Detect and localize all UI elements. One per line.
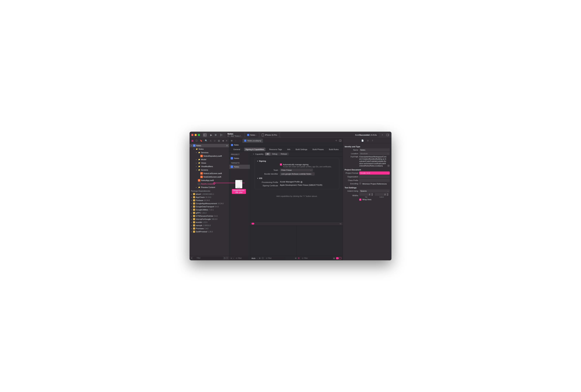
ios-subgroup-title[interactable]: ▾iOS (257, 177, 336, 179)
related-items-button[interactable]: ▦ (230, 139, 234, 142)
console-tab[interactable] (252, 223, 254, 225)
close-window-button[interactable] (191, 134, 194, 136)
seg-all[interactable]: All (265, 152, 270, 155)
file-notes-list-screen[interactable]: sNotesListScreen.swift (190, 172, 229, 175)
name-field[interactable]: Notes (359, 148, 390, 151)
group-viewmodifiers[interactable]: ▸📁ViewModifiers (190, 165, 229, 168)
recent-filter-button[interactable]: ◷ (224, 257, 226, 259)
minimize-refs-checkbox[interactable] (359, 182, 361, 185)
package-row[interactable]: ▸leveldb 1.22.5 (190, 221, 229, 224)
add-file-button[interactable]: ＋ (190, 257, 192, 259)
forward-button[interactable]: › (238, 139, 242, 142)
scheme-popup[interactable]: Notes › (246, 132, 259, 137)
jump-bar[interactable]: Notes (229, 143, 343, 147)
activity-view[interactable]: Build Succeeded | 8.814s (280, 132, 379, 137)
library-button[interactable] (386, 133, 390, 137)
group-notes[interactable]: ▾📁Notes (190, 147, 229, 151)
tab-build-phases[interactable]: Build Phases (311, 148, 325, 151)
toggle-navigator-button[interactable] (203, 133, 207, 137)
scm-filter-button[interactable]: ☐ (226, 257, 228, 259)
trash-icon[interactable]: 🗑 (333, 257, 335, 259)
location-popup[interactable]: Absolute⌄ (359, 152, 390, 155)
add-capability-button[interactable]: ＋Capability (252, 153, 264, 155)
issue-navigator-tab[interactable]: ⚠ (210, 139, 212, 142)
people-icon[interactable]: 웃 (298, 257, 300, 260)
pane-toggle[interactable] (336, 257, 341, 259)
bookmark-navigator-tab[interactable]: 🔖 (200, 139, 202, 142)
minimize-window-button[interactable] (194, 134, 197, 136)
file-notes-repository[interactable]: sNotesRepository.swift (190, 154, 229, 158)
team-popup[interactable]: Peter Friese⌄ (280, 169, 313, 172)
scheme-selector[interactable]: Notes #1 · Add "Notes f… (226, 132, 244, 137)
bundle-id-field[interactable]: com.google.firebase.codelab.Notes (280, 172, 315, 175)
variables-pane[interactable] (250, 226, 296, 256)
package-row[interactable]: ▸GoogleAppMeasurement 10.24.0 (190, 202, 229, 205)
seg-debug[interactable]: Debug (270, 152, 279, 155)
right-pane-toggle[interactable] (339, 257, 341, 259)
project-format-popup[interactable]: Xcode 14.0⌄ (359, 171, 390, 175)
tab-build-rules[interactable]: Build Rules (328, 148, 340, 151)
package-row[interactable]: ▸InteropForGoogle 100.0.0 (190, 218, 229, 221)
view-icon[interactable]: 👁 (259, 257, 261, 259)
zoom-window-button[interactable] (198, 134, 200, 136)
eye-icon[interactable]: 👁 (295, 257, 297, 259)
info-icon[interactable]: i (300, 181, 302, 183)
tab-notes-xcodeproj[interactable]: Notes.xcodeproj (242, 139, 263, 143)
indent-width-stepper[interactable]: 2▴▾ (375, 193, 388, 196)
package-row[interactable]: ▸Promises 2.4.0 (190, 227, 229, 230)
wrap-lines-checkbox[interactable]: ✓ (359, 199, 361, 201)
package-row[interactable]: ▸nanopb 2.30910.0 (190, 224, 229, 227)
seg-release[interactable]: Release (279, 152, 289, 155)
signing-group-title[interactable]: ▾Signing (257, 160, 336, 162)
reveal-path-button[interactable]: → (387, 165, 390, 167)
targets-filter-field[interactable]: ⊙ Filter (235, 257, 249, 260)
indent-using-popup[interactable]: Spaces⌄ (359, 189, 390, 193)
remove-target-button[interactable]: − (233, 257, 234, 259)
file-note-edit-screen[interactable]: sNoteEditScreen.swift (190, 175, 229, 179)
package-row[interactable]: ▸GoogleUtilities 7.13.1 (190, 208, 229, 211)
project-item[interactable]: Notes (229, 156, 250, 160)
tab-build-settings[interactable]: Build Settings (294, 148, 308, 151)
console-collapse-icon[interactable]: ▭ (340, 223, 341, 225)
debug-navigator-tab[interactable]: ▥ (218, 139, 220, 142)
tab-general[interactable]: General (232, 148, 242, 151)
add-assistant-button[interactable] (338, 139, 342, 142)
variables-filter-field[interactable]: ⊙Filter (265, 257, 286, 260)
organization-field[interactable] (359, 175, 390, 178)
breakpoint-navigator-tab[interactable]: ◀ (222, 139, 224, 142)
tab-width-stepper[interactable]: 2▴▾ (359, 193, 373, 196)
target-notes[interactable]: Notes (229, 165, 250, 169)
project-root[interactable]: ▾A Notes M (190, 144, 229, 147)
group-preview-content[interactable]: ▸📁Preview Content (190, 186, 229, 189)
package-row[interactable]: ▸abseil 1.2024011601.1 (190, 193, 229, 196)
group-services[interactable]: ▾📁Services (190, 151, 229, 154)
add-editor-button[interactable]: ＋ (380, 133, 384, 137)
package-row[interactable]: ▸GoogleDataTransport 9.4.0 (190, 205, 229, 208)
history-inspector-tab[interactable]: ◷ (367, 139, 369, 142)
config-segmented-control[interactable]: All Debug Release (265, 152, 289, 155)
find-navigator-tab[interactable]: 🔍 (205, 139, 208, 142)
tab-info[interactable]: Info (286, 148, 292, 151)
run-destination-popup[interactable]: iPhone 15 Pro (260, 132, 279, 137)
auto-popup[interactable]: Auto (252, 257, 256, 259)
back-button[interactable]: ‹ (234, 139, 238, 142)
group-views[interactable]: ▸📁Views (190, 161, 229, 165)
refresh-icon[interactable]: ⟲ (334, 139, 338, 142)
package-row[interactable]: ▸Firebase 10.24.0 (190, 199, 229, 202)
file-assets[interactable]: Assets.xcassets (190, 182, 229, 186)
package-row[interactable]: ▸SwiftProtobuf 1.26.0 (190, 230, 229, 233)
package-row[interactable]: ▸gRPC 1.62.2 (190, 211, 229, 214)
navigator-filter-field[interactable]: ⋯ Filter (193, 257, 223, 260)
file-notes-app[interactable]: sNotesApp.swift (190, 179, 229, 182)
class-prefix-field[interactable] (359, 179, 390, 182)
report-navigator-tab[interactable]: ≡ (226, 139, 227, 142)
group-model[interactable]: ▸📁Model (190, 158, 229, 161)
test-navigator-tab[interactable]: ◇ (214, 139, 216, 142)
scheme-branch-icon[interactable] (219, 133, 223, 137)
run-button[interactable]: ▶ (209, 133, 213, 137)
console-pane[interactable] (296, 226, 343, 256)
console-filter-field[interactable]: ⊙Filter (301, 257, 332, 260)
file-inspector-tab[interactable]: 📄 (361, 139, 364, 142)
package-row[interactable]: ▸GTMSessionFetcher 3.4.1 (190, 214, 229, 218)
info-icon[interactable]: ⓘ (262, 257, 264, 260)
